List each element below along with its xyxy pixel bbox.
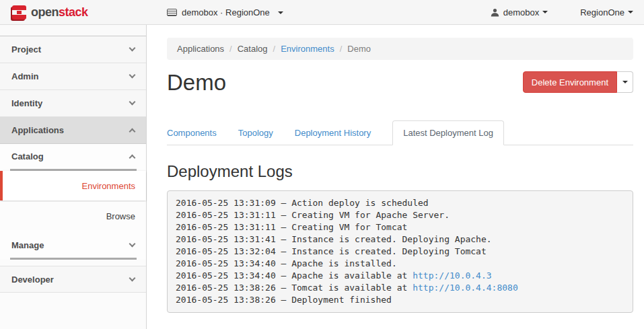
main-content: Applications / Catalog / Environments / … [147,25,644,329]
log-line: 2016-05-25 13:31:41 — Instance is create… [176,233,624,246]
caret-down-icon [622,81,628,83]
sidebar-group-label: Catalog [11,151,44,161]
sidebar-item-label: Applications [11,125,64,135]
breadcrumb-item-environments[interactable]: Environments [281,44,334,54]
chevron-down-icon [278,11,283,14]
log-line: 2016-05-25 13:34:40 — Apache is installe… [176,258,624,270]
log-line: 2016-05-25 13:31:11 — Creating VM for Ap… [176,209,624,221]
tab-latest-deployment-log[interactable]: Latest Deployment Log [392,120,504,145]
sidebar-item-label: Developer [11,275,54,285]
chevron-down-icon [129,72,136,79]
sidebar-item-label: Browse [106,211,135,221]
breadcrumb-separator: / [229,44,232,54]
log-link[interactable]: http://10.0.4.4:8080 [413,283,518,293]
deployment-log-output: 2016-05-25 13:31:09 — Action deploy is s… [167,190,633,313]
environment-actions: Delete Environment [523,71,633,93]
sidebar-item-project[interactable]: Project [0,36,146,63]
breadcrumb-separator: / [340,44,343,54]
project-region-switcher[interactable]: demobox · RegionOne [167,0,283,25]
breadcrumb-item-demo: Demo [347,44,371,54]
page-header: Demo Delete Environment [167,68,633,98]
log-line: 2016-05-25 13:34:40 — Apache is availabl… [176,270,624,282]
sidebar-item-browse[interactable]: Browse [0,202,146,230]
breadcrumb-separator: / [273,44,276,54]
sidebar-item-environments[interactable]: Environments [0,171,146,200]
sidebar-group-catalog-heading[interactable]: Catalog [0,144,146,169]
sidebar-item-label: Identity [11,98,42,108]
chevron-down-icon [129,275,136,281]
sidebar-item-admin[interactable]: Admin [0,63,146,90]
sidebar-item-applications[interactable]: Applications [0,117,146,144]
openstack-logo[interactable]: openstack [12,5,88,20]
tab-components[interactable]: Components [167,121,217,145]
chevron-down-icon [628,11,633,13]
actions-dropdown-button[interactable] [617,71,633,93]
sidebar-nav: Project Admin Identity Applications Cata… [0,25,147,329]
sidebar-item-label: Environments [82,181,135,191]
sidebar-group-catalog: Catalog Environments Browse Manage [0,144,146,260]
sidebar-group-manage-heading[interactable]: Manage [0,233,146,258]
chevron-down-icon [129,99,136,106]
switcher-label: demobox · RegionOne [182,7,270,17]
delete-environment-button[interactable]: Delete Environment [523,71,617,93]
sidebar-item-identity[interactable]: Identity [0,90,146,117]
log-line: 2016-05-25 13:32:04 — Instance is create… [176,246,624,258]
log-line: 2016-05-25 13:31:09 — Action deploy is s… [176,197,624,209]
breadcrumb: Applications / Catalog / Environments / … [167,38,633,60]
sidebar-group-label: Manage [11,240,44,250]
sidebar-item-developer[interactable]: Developer [0,266,146,293]
log-line: 2016-05-25 13:38:26 — Deployment finishe… [176,294,624,306]
page-title: Demo [167,68,226,98]
chevron-down-icon [129,241,136,248]
log-link[interactable]: http://10.0.4.3 [413,270,491,281]
group-divider [10,258,137,260]
chevron-up-icon [129,129,136,135]
region-menu[interactable]: RegionOne [580,7,633,17]
topbar-right-menus: demobox RegionOne [491,7,633,17]
openstack-cube-icon [12,5,26,20]
chevron-up-icon [129,155,136,161]
log-line: 2016-05-25 13:38:26 — Tomcat is availabl… [176,282,624,294]
sidebar-top-stub [0,25,146,36]
deployment-logs-heading: Deployment Logs [167,162,633,181]
top-navbar: openstack demobox · RegionOne demobox Re… [0,0,644,25]
chevron-down-icon [129,45,136,52]
user-menu[interactable]: demobox [491,7,548,17]
sidebar-item-label: Admin [11,71,38,81]
breadcrumb-item-catalog[interactable]: Catalog [238,44,268,54]
chevron-down-icon [542,11,548,13]
log-line: 2016-05-25 13:31:11 — Creating VM for To… [176,221,624,233]
region-menu-label: RegionOne [580,7,624,17]
openstack-logo-text: openstack [31,5,88,20]
panel-icon [167,9,177,16]
tab-deployment-history[interactable]: Deployment History [295,121,371,145]
user-icon [491,8,499,17]
sidebar-item-label: Project [11,44,41,54]
tab-bar: Components Topology Deployment History L… [167,120,633,145]
tab-topology[interactable]: Topology [238,121,273,145]
breadcrumb-item-applications[interactable]: Applications [177,44,224,54]
user-menu-label: demobox [503,7,539,17]
